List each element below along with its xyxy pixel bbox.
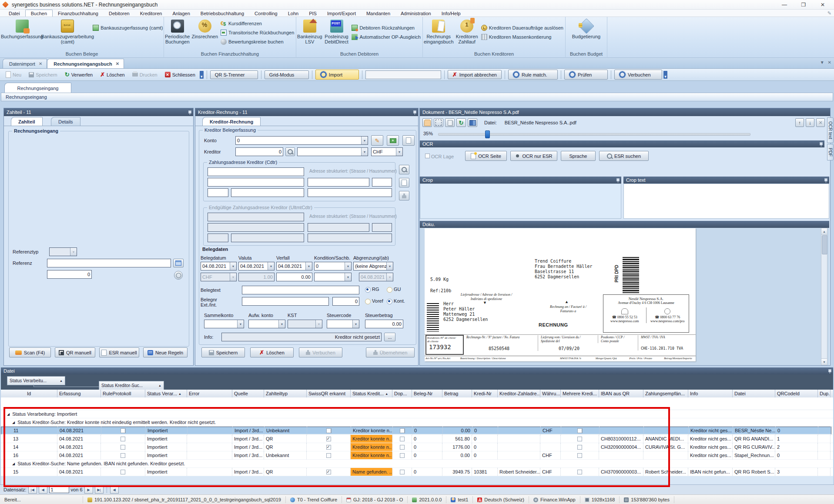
grid-cell-zahlteiltyp[interactable]: Unbekannt <box>265 427 307 434</box>
grid-cell-qrcode[interactable]: 0 <box>775 451 818 459</box>
ribbon-button-budgetierung[interactable]: Budgetierung <box>566 19 607 40</box>
ultmt-hausnummer-input[interactable] <box>372 223 392 232</box>
checkbox-icon[interactable] <box>577 470 582 474</box>
belegtext-input[interactable] <box>242 286 359 294</box>
toolbar-overflow-icon[interactable]: ▾ <box>200 71 204 79</box>
ocr-lage-checkbox[interactable]: OCR Lage <box>425 154 454 159</box>
grid-cell-zempf[interactable] <box>644 427 689 434</box>
menu-item-import-export[interactable]: Import/Export <box>322 10 361 17</box>
tab-ocr-text[interactable]: OCR text <box>827 117 834 143</box>
grid-cell-mehrere[interactable] <box>561 451 599 459</box>
grid-cell-betrag[interactable]: 1776.00 <box>442 443 472 451</box>
checkbox-icon[interactable] <box>121 437 125 441</box>
grid-cell-dop[interactable] <box>392 451 412 459</box>
grid-cell-iban[interactable]: CH80310000112... <box>599 435 643 443</box>
ultmt-ort-input[interactable] <box>231 234 304 242</box>
doku-viewport[interactable]: 5.09 Kg Ref:210b Trend CoiffureFrau Bern… <box>420 228 829 365</box>
qr-s-trenner-button[interactable]: QR S-Trenner <box>210 70 258 79</box>
collapse-pager-icon[interactable]: ◀ <box>110 486 119 494</box>
ribbon-button-kreditoren-dauerauftr-ge-ausl-sen[interactable]: Kreditoren Daueraufträge auslösen <box>481 25 563 31</box>
grid-cell-status_kred[interactable]: Kreditor konnte n... <box>351 427 393 434</box>
grid-cell-zahlteiltyp[interactable]: QR <box>264 468 307 476</box>
grid-cell-swissqr[interactable] <box>307 443 351 451</box>
betrag-input[interactable]: 0.00 <box>276 273 312 281</box>
grid-cell-beleg[interactable]: 0 <box>412 435 442 443</box>
scroll-down-icon[interactable]: ▼ <box>821 358 827 365</box>
grid-cell-zahladr[interactable] <box>498 443 540 451</box>
neue-regeln-button[interactable]: Neue Regeln <box>143 347 188 357</box>
grid-cell-status_kred[interactable]: Kreditor konnte n... <box>351 451 392 459</box>
ribbon-button-zinsrechnen[interactable]: Zinsrechnen <box>191 19 219 40</box>
kst-select[interactable]: ▼ <box>288 320 322 328</box>
grid-row-14[interactable]: 1404.08.2021ImportiertImport / 3rd...QRK… <box>1 443 833 451</box>
dokument-panel-header[interactable]: Dokument - BESR_Néstle Nespresso S.A.pdf <box>420 108 830 116</box>
grid-cell-status_kred[interactable]: Kreditor konnte n... <box>351 443 392 451</box>
menu-item-kreditoren[interactable]: Kreditoren <box>135 10 167 17</box>
currency-select[interactable]: CHF▼ <box>371 147 403 156</box>
column-header-status_ver[interactable]: Status Verar...▲ <box>145 390 187 397</box>
menu-item-controlling[interactable]: Controlling <box>249 10 283 17</box>
menu-extra-icon[interactable]: ✎ <box>827 10 831 16</box>
grid-cell-datei[interactable]: BESR_Néstle Ne... <box>733 427 776 434</box>
tab-rechnungseingangsbuch[interactable]: Rechnungseingangsbuch ✕ <box>47 59 124 68</box>
ribbon-button-bewertungskreise-buchen[interactable]: Bewertungskreise buchen <box>221 39 294 45</box>
rg-radio[interactable]: RG <box>365 287 379 293</box>
grid-cell-erfassung[interactable]: 04.08.2021 <box>57 443 101 451</box>
column-header-beleg[interactable]: Beleg-Nr <box>412 390 442 397</box>
ocr-panel-header[interactable]: OCR <box>420 140 824 147</box>
import-button[interactable]: Import <box>315 70 359 80</box>
zoom-slider-thumb[interactable] <box>485 130 490 138</box>
crop-text-panel-header[interactable]: Crop text <box>623 177 829 184</box>
grid-cell-info[interactable]: Kreditor nicht ges... <box>688 443 733 451</box>
grid-cell-info[interactable]: IBAN nicht gefun... <box>688 468 733 476</box>
steuerbetrag-input[interactable]: 0.00 <box>365 320 403 328</box>
grid-cell-datei[interactable]: QR RG Robert S... <box>733 468 775 476</box>
pin-icon[interactable] <box>413 110 415 114</box>
strasse-input[interactable] <box>308 178 369 187</box>
adresse-doc-button[interactable] <box>399 178 409 187</box>
grid-cell-info[interactable]: Kreditor nicht ges... <box>688 435 733 443</box>
grid-cell-id[interactable]: 16 <box>1 451 57 459</box>
qr-manuell-button[interactable]: QR manuell <box>55 347 95 357</box>
reload-button[interactable]: ↻ <box>456 118 466 127</box>
grid-cell-rule[interactable] <box>101 435 145 443</box>
menu-item-finanzbuchhaltung[interactable]: Finanzbuchhaltung <box>53 10 104 17</box>
next-record-button[interactable]: ▶ <box>84 486 93 494</box>
grid-cell-iban[interactable] <box>600 427 644 434</box>
ocr-seite-button[interactable]: OCR Seite <box>465 151 507 161</box>
grid-cell-status_ver[interactable]: Importiert <box>145 443 187 451</box>
grid-row-11[interactable]: 1104.08.2021ImportiertImport / 3rd...Unb… <box>1 427 831 434</box>
column-header-error[interactable]: Error <box>187 390 232 397</box>
column-header-kredi[interactable]: Kredi-Nr <box>472 390 498 397</box>
grid-cell-status_kred[interactable]: Kreditor konnte n... <box>351 435 392 443</box>
grid-cell-waehrung[interactable] <box>540 443 561 451</box>
ort-input[interactable] <box>231 188 304 197</box>
grid-cell-kredi[interactable]: 0 <box>472 451 498 459</box>
group-row-kreditor-suche[interactable]: ◢Status Kreditor-Suche: Name gefunden. I… <box>1 460 833 468</box>
ultmt-plz-input[interactable] <box>208 234 228 242</box>
column-header-qrcode[interactable]: QRCodeId <box>775 390 818 397</box>
grid-cell-error[interactable] <box>188 427 233 434</box>
grid-cell-qrcode[interactable]: 1 <box>775 435 818 443</box>
ribbon-button-rechnungs-eingangsbuch[interactable]: Rechnungs eingangsbuch <box>423 19 455 45</box>
pin-icon[interactable] <box>824 178 827 182</box>
land-input[interactable] <box>308 188 392 197</box>
toolbar-overflow-icon[interactable]: ▾ <box>663 71 667 79</box>
grid-cell-dup[interactable] <box>818 443 831 451</box>
adresse-stamp-button[interactable] <box>399 191 409 200</box>
group-row-kreditor-suche[interactable]: ◢Status Kreditor-Suche: Kreditor konnte … <box>1 418 833 427</box>
grid-cell-betrag[interactable]: 0.00 <box>443 427 472 434</box>
column-header-iban[interactable]: IBAN aus QR <box>599 390 643 397</box>
tab-zahlteil[interactable]: Zahlteil <box>11 117 43 126</box>
menu-item-debitoren[interactable]: Debitoren <box>104 10 135 17</box>
close-doc-button[interactable]: ✕ <box>816 118 825 127</box>
grid-cell-beleg[interactable]: 0 <box>412 443 442 451</box>
edit-button[interactable]: ✎ <box>371 135 383 146</box>
checkbox-icon[interactable] <box>577 445 582 450</box>
valuta-select[interactable]: 04.08.2021▼ <box>238 262 275 270</box>
grid-cell-zahlteiltyp[interactable]: QR <box>264 435 307 443</box>
grid-cell-datei[interactable]: QR RG CURAVIV... <box>733 443 775 451</box>
grid-cell-rule[interactable] <box>101 468 145 476</box>
maximize-button[interactable]: ❒ <box>794 0 813 10</box>
kreditor-delete-button[interactable]: ✗Löschen <box>250 347 294 357</box>
